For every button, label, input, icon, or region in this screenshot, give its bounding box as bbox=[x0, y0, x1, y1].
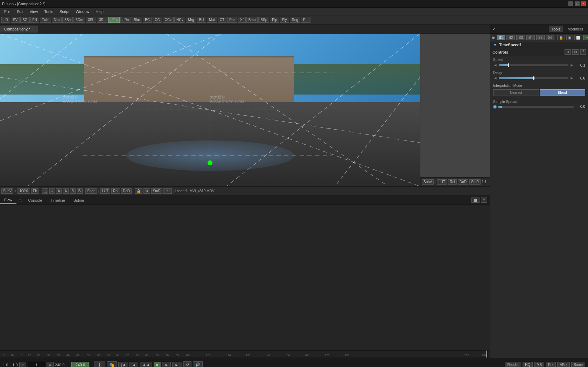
vl-dod[interactable]: DoD bbox=[121, 188, 132, 194]
pb-play-back[interactable]: ◄◄ bbox=[140, 362, 152, 367]
pb-prx[interactable]: Prx bbox=[546, 362, 556, 367]
flow-canvas[interactable]: ☁ Clouds.###... ▶ 🎬 IN MVI_4819.M... bbox=[0, 205, 490, 350]
pb-icon-walk[interactable]: 🚶 bbox=[94, 361, 105, 367]
tool-txt[interactable]: Txt+ bbox=[40, 17, 51, 23]
tab-icon-2[interactable]: ≡ bbox=[481, 198, 487, 203]
node-icon2[interactable]: ⬜ bbox=[574, 35, 582, 40]
tool-rng[interactable]: Rng bbox=[290, 17, 300, 23]
tool-cc[interactable]: CC bbox=[153, 17, 162, 23]
pb-render[interactable]: Render bbox=[505, 362, 521, 367]
menu-view[interactable]: View bbox=[27, 9, 41, 14]
tool-rct[interactable]: Rct bbox=[301, 17, 310, 23]
vl-ratio[interactable]: 1:1 bbox=[163, 188, 172, 194]
pb-frame-input[interactable] bbox=[28, 362, 45, 367]
tab-spline[interactable]: Spline bbox=[69, 197, 89, 203]
tab-timeline[interactable]: Timeline bbox=[47, 197, 69, 203]
tool-bsp[interactable]: BSp bbox=[258, 17, 269, 23]
ctrl-icon2[interactable]: ⚙ bbox=[572, 49, 579, 55]
vl-subv[interactable]: SubV bbox=[1, 188, 13, 194]
tool-pem[interactable]: pEm bbox=[108, 17, 120, 23]
pb-icon-group[interactable]: 🎭 bbox=[107, 361, 117, 367]
tool-mrg[interactable]: Mrg bbox=[186, 17, 196, 23]
node-enabled-icon[interactable]: ▶ bbox=[492, 35, 495, 40]
tool-3cm[interactable]: 3Cm bbox=[74, 17, 85, 23]
tool-blur[interactable]: Blur bbox=[132, 17, 142, 23]
node-lock[interactable]: 🔒 bbox=[557, 35, 565, 40]
menu-script[interactable]: Script bbox=[57, 9, 72, 14]
pb-mb[interactable]: MB bbox=[534, 362, 544, 367]
ctrl-icon3[interactable]: ? bbox=[580, 49, 586, 55]
pb-hq[interactable]: HQ bbox=[523, 362, 533, 367]
node-s6[interactable]: S6 bbox=[546, 35, 554, 40]
tool-fn[interactable]: FN bbox=[30, 17, 39, 23]
interp-blend[interactable]: Blend bbox=[540, 89, 586, 96]
tool-ct[interactable]: CT bbox=[218, 17, 226, 23]
pb-step-back[interactable]: ◄ bbox=[130, 362, 138, 367]
vl-icon1[interactable]: ⬚ bbox=[42, 188, 48, 194]
sample-spread-slider[interactable] bbox=[498, 106, 574, 108]
node-icon3[interactable]: ▪▪ bbox=[583, 35, 588, 40]
rp-tab-tools[interactable]: Tools bbox=[549, 26, 564, 32]
minimize-button[interactable]: ─ bbox=[568, 1, 573, 6]
tool-bc[interactable]: BC bbox=[143, 17, 152, 23]
pb-play-fwd[interactable]: ► bbox=[162, 362, 171, 367]
tool-prn[interactable]: pRn bbox=[120, 17, 131, 23]
vl-fit[interactable]: Fit bbox=[31, 188, 38, 194]
vr-smr[interactable]: SmR bbox=[469, 179, 481, 185]
tab-icon-1[interactable]: ⬤ bbox=[471, 198, 479, 203]
vl-rol[interactable]: Rol bbox=[111, 188, 120, 194]
pb-volume[interactable]: 🔊 bbox=[193, 361, 203, 367]
tool-bol[interactable]: Bol bbox=[197, 17, 206, 23]
speed-slider[interactable] bbox=[499, 64, 568, 66]
speed-arrow-right[interactable]: ► bbox=[570, 63, 574, 68]
node-s2[interactable]: S2 bbox=[506, 35, 515, 40]
vr-rol[interactable]: Rol bbox=[448, 179, 457, 185]
pb-aprx[interactable]: APrx bbox=[557, 362, 570, 367]
node-s5[interactable]: S5 bbox=[536, 35, 545, 40]
vr-lut[interactable]: LUT bbox=[437, 179, 447, 185]
delay-slider[interactable] bbox=[499, 77, 568, 79]
tab-console[interactable]: Console bbox=[24, 197, 46, 203]
tool-ld[interactable]: LD bbox=[1, 17, 10, 23]
vl-A[interactable]: A bbox=[56, 188, 62, 194]
speed-arrow-left[interactable]: ◄ bbox=[493, 63, 497, 68]
node-expand-icon[interactable]: ▼ bbox=[493, 43, 497, 47]
tool-3im[interactable]: 3Im bbox=[52, 17, 62, 23]
tool-hcv[interactable]: HCv bbox=[174, 17, 185, 23]
vl-lut[interactable]: LUT bbox=[100, 188, 110, 194]
tool-ccv[interactable]: CCv bbox=[163, 17, 174, 23]
menu-edit[interactable]: Edit bbox=[14, 9, 26, 14]
interp-nearest[interactable]: Nearest bbox=[493, 89, 539, 96]
vl-snap[interactable]: Snap bbox=[85, 188, 97, 194]
composition-tab[interactable]: Composition2 * × bbox=[0, 26, 38, 33]
tool-xf[interactable]: Xf bbox=[238, 17, 245, 23]
ctrl-icon1[interactable]: ↺ bbox=[565, 49, 571, 55]
vl-lock[interactable]: 🔒 bbox=[135, 188, 142, 194]
vl-B[interactable]: B bbox=[70, 188, 76, 194]
node-icon1[interactable]: ▣ bbox=[566, 35, 573, 40]
tool-sv[interactable]: SV bbox=[11, 17, 20, 23]
vl-icon3[interactable]: ⚙ bbox=[144, 188, 150, 194]
tool-mat[interactable]: Mat bbox=[207, 17, 217, 23]
vr-dod[interactable]: DoD bbox=[458, 179, 468, 185]
vl-Ab[interactable]: A bbox=[63, 188, 69, 194]
pb-forward[interactable]: » bbox=[47, 362, 54, 367]
menu-help[interactable]: Help bbox=[93, 9, 106, 14]
maximize-button[interactable]: □ bbox=[575, 1, 580, 6]
pb-skip-fwd[interactable]: ►| bbox=[172, 362, 182, 367]
vl-smr[interactable]: SmR bbox=[151, 188, 162, 194]
tool-bg[interactable]: BG bbox=[20, 17, 29, 23]
menu-window[interactable]: Window bbox=[73, 9, 92, 14]
rp-tab-modifiers[interactable]: Modifiers bbox=[565, 26, 586, 32]
tool-3rn[interactable]: 3Rn bbox=[97, 17, 107, 23]
tool-rsz[interactable]: Rsz bbox=[227, 17, 237, 23]
pb-rewind[interactable]: « bbox=[19, 362, 26, 367]
tool-3sh[interactable]: 3Sh bbox=[62, 17, 73, 23]
node-s1[interactable]: S1 bbox=[497, 35, 505, 40]
vr-subv[interactable]: SubV bbox=[422, 179, 434, 185]
tab-close-icon[interactable]: × bbox=[32, 27, 34, 31]
tool-3sl[interactable]: 3SL bbox=[86, 17, 96, 23]
tool-elp[interactable]: Elp bbox=[270, 17, 279, 23]
tool-ply[interactable]: Ply bbox=[280, 17, 289, 23]
pb-play-stop[interactable]: ■ bbox=[154, 362, 161, 367]
